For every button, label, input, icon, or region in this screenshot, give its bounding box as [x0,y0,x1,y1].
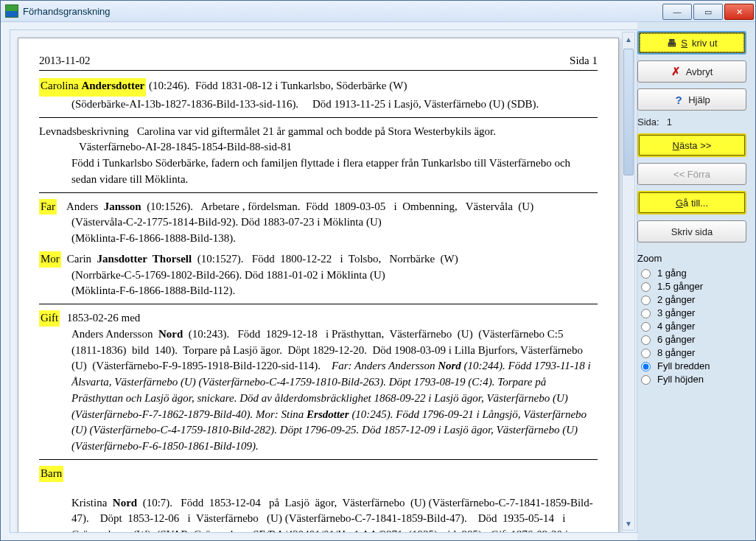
subject-last: Andersdotter [81,80,144,91]
life-src: Västerfärnebo-AI-28-1845-1854-Bild-88-si… [79,139,598,156]
zoom-label: 6 gånger [657,334,695,345]
zoom-radio[interactable] [641,309,651,318]
zoom-option[interactable]: Fyll höjden [637,373,746,385]
life-block: Levnadsbeskrivning Carolina var vid gift… [39,124,598,188]
zoom-option[interactable]: 1 gång [637,267,746,279]
page-date: 2013-11-02 [39,55,90,67]
zoom-radio[interactable] [641,375,651,385]
zoom-label: 8 gånger [657,347,695,358]
marriage-p1: Anders Andersson Nord (10:243). Född 182… [71,327,598,455]
page-indicator: Sida: 1 [637,116,746,128]
zoom-option[interactable]: 3 gånger [637,307,746,318]
subject-born-src: (Söderbärke-AI-13b-1827-1836-Bild-133-si… [71,97,598,113]
titlebar: Förhandsgranskning — ▭ ✕ [1,1,755,22]
window-buttons: — ▭ ✕ [662,2,755,20]
zoom-option[interactable]: 4 gånger [637,320,746,332]
zoom-label: 3 gånger [657,307,695,318]
zoom-label: 4 gånger [657,321,695,332]
help-button[interactable]: ? Hjälp [637,88,746,111]
scroll-up-icon[interactable]: ▲ [623,32,634,46]
life-text1: Carolina var vid giftermålet 21 år gamma… [137,125,496,137]
zoom-title: Zoom [637,253,746,264]
next-button[interactable]: Nästa >> [637,133,746,157]
cancel-button[interactable]: ✗ Avbryt [637,60,746,83]
zoom-option[interactable]: 2 gånger [637,293,746,305]
scroll-area: 2013-11-02 Sida 1 Carolina Andersdotter … [10,29,637,533]
zoom-radio[interactable] [641,349,651,358]
children-label: Barn [39,466,63,482]
subject-name-highlight: Carolina Andersdotter [39,78,146,97]
father-line3: (Möklinta-F-6-1866-1888-Bild-138). [71,231,598,247]
zoom-radio[interactable] [641,269,651,279]
subject-first: Carolina [41,80,79,91]
zoom-option[interactable]: 1.5 gånger [637,280,746,292]
subject-born: Född 1831-08-12 i Tunkarlsbo, Söderbärke… [195,80,407,91]
marriage-date: 1853-02-26 med [67,312,141,324]
mother-line3: (Möklinta-F-6-1866-1888-Bild-112). [71,283,598,299]
minimize-button[interactable]: — [662,4,692,20]
father-block: Far Anders Jansson (10:1526). Arbetare ,… [39,199,598,247]
page-header: 2013-11-02 Sida 1 [39,55,598,67]
maximize-button[interactable]: ▭ [693,4,723,20]
window-title: Förhandsgranskning [23,6,662,17]
life-label: Levnadsbeskrivning [39,125,129,137]
zoom-radio[interactable] [641,282,651,292]
zoom-option[interactable]: Fyll bredden [637,360,746,371]
mother-block: Mor Carin Jansdotter Thorsell (10:1527).… [39,251,598,299]
scroll-down-icon[interactable]: ▼ [623,517,634,530]
father-label: Far [39,199,57,215]
zoom-label: 1.5 gånger [657,281,703,292]
page: 2013-11-02 Sida 1 Carolina Andersdotter … [18,38,619,533]
preview-pane: 2013-11-02 Sida 1 Carolina Andersdotter … [1,22,637,540]
children-block: Barn Kristina Nord (10:7). Född 1853-12-… [39,466,598,533]
page-label: Sida: [637,116,659,128]
window: Förhandsgranskning — ▭ ✕ 2013-11-02 Sida… [0,0,756,541]
scrollbar[interactable]: ▲ ▼ [622,32,635,531]
child-p1: Kristina Nord (10:7). Född 1853-12-04 på… [71,495,598,534]
zoom-radio[interactable] [641,362,651,371]
zoom-label: 2 gånger [657,294,695,305]
zoom-radio[interactable] [641,322,651,332]
cancel-icon: ✗ [671,66,682,77]
divider-2 [39,192,598,193]
mother-line2: (Norrbärke-C-5-1769-1802-Bild-266). Död … [71,268,598,284]
marriage-block: Gift 1853-02-26 med Anders Andersson Nor… [39,310,598,455]
zoom-option[interactable]: 6 gånger [637,333,746,345]
father-line1: Anders Jansson (10:1526). Arbetare , för… [66,200,533,212]
app-icon [5,4,18,18]
print-button[interactable]: 🖶 Skriv ut [637,31,746,55]
print-page-button[interactable]: Skriv sida [637,220,746,242]
mother-line1: Carin Jansdotter Thorsell (10:1527). Föd… [67,253,458,265]
life-text2: Född i Tunkarlsbo Söderbärke, fadern och… [71,156,598,188]
zoom-label: Fyll bredden [657,360,710,371]
divider-4 [39,459,598,460]
zoom-radio[interactable] [641,296,651,305]
page-number: Sida 1 [570,55,598,67]
page-value: 1 [667,116,672,128]
scroll-thumb[interactable] [623,49,634,175]
zoom-option[interactable]: 8 gånger [637,346,746,358]
side-panel: 🖶 Skriv ut ✗ Avbryt ? Hjälp Sida: 1 Näst… [637,22,755,540]
subject-block: Carolina Andersdotter (10:246). Född 183… [39,78,598,113]
subject-ref: (10:246). [149,80,189,91]
help-icon: ? [673,94,684,105]
goto-button[interactable]: Gå till... [637,191,746,214]
mother-label: Mor [39,251,61,268]
prev-button[interactable]: << Förra [637,163,746,185]
body: 2013-11-02 Sida 1 Carolina Andersdotter … [1,22,755,540]
zoom-radio[interactable] [641,335,651,345]
divider-1 [39,117,598,118]
zoom-label: 1 gång [657,268,687,279]
close-button[interactable]: ✕ [724,4,754,20]
divider-3 [39,304,598,304]
father-line2: (Västervåla-C-2-1775-1814-Bild-92). Död … [71,214,598,231]
zoom-label: Fyll höjden [657,374,704,385]
marriage-label: Gift [39,310,60,327]
header-rule [39,70,598,71]
print-icon: 🖶 [666,38,676,48]
zoom-group: Zoom 1 gång1.5 gånger2 gånger3 gånger4 g… [637,253,746,386]
